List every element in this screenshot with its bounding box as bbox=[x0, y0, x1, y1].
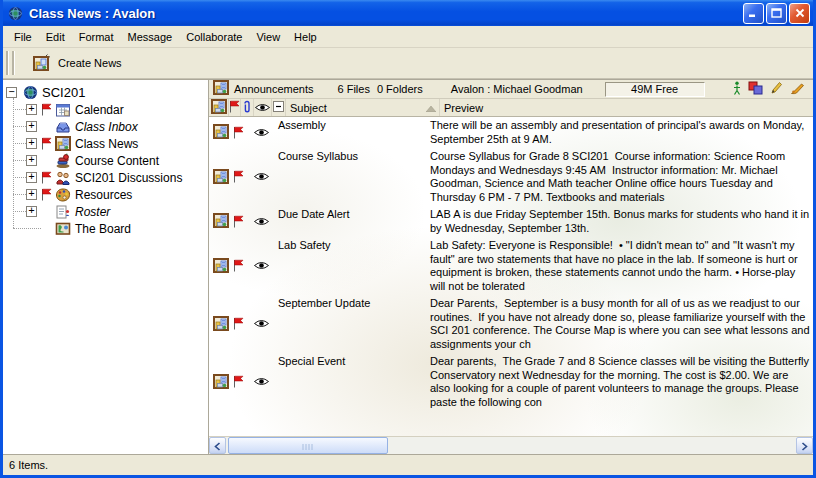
message-row-course-syllabus[interactable]: Course SyllabusCourse Syllabus for Grade… bbox=[209, 148, 813, 206]
expand-expander[interactable]: + bbox=[26, 121, 37, 132]
message-unread-cell bbox=[246, 149, 276, 204]
column-preview[interactable]: Preview bbox=[439, 99, 813, 116]
tree-label: Roster bbox=[72, 205, 110, 219]
board-icon bbox=[55, 221, 71, 237]
chevron-left-icon bbox=[214, 437, 221, 455]
sidebar-item-class-news[interactable]: +Class News bbox=[3, 135, 208, 152]
app-window: Class News : Avalon FileEditFormatMessag… bbox=[0, 0, 816, 478]
chevron-right-icon bbox=[801, 437, 808, 455]
create-news-button[interactable]: Create News bbox=[27, 51, 127, 76]
minimize-button[interactable] bbox=[743, 3, 764, 24]
message-preview: Dear parents, The Grade 7 and 8 Science … bbox=[426, 354, 813, 409]
menu-help[interactable]: Help bbox=[287, 28, 324, 46]
menu-format[interactable]: Format bbox=[72, 28, 121, 46]
message-flag-cell bbox=[233, 354, 246, 409]
status-text: 6 Items. bbox=[9, 459, 48, 471]
sidebar-item-class-inbox[interactable]: +Class Inbox bbox=[3, 118, 208, 135]
message-icon-cell bbox=[209, 354, 233, 409]
message-flag-icon bbox=[233, 375, 244, 388]
message-subject: September Update bbox=[276, 296, 426, 351]
sidebar-item-sci201[interactable]: −SCI201 bbox=[3, 84, 208, 101]
message-flag-icon bbox=[233, 259, 244, 272]
free-space-indicator: 49M Free bbox=[605, 82, 705, 97]
column-icon[interactable] bbox=[209, 99, 229, 116]
message-list: AssemblyThere will be an assembly and pr… bbox=[209, 117, 813, 436]
sign-pen-button[interactable] bbox=[790, 81, 806, 97]
message-row-due-date-alert[interactable]: Due Date AlertLAB A is due Friday Septem… bbox=[209, 206, 813, 237]
message-icon-cell bbox=[209, 296, 233, 351]
collapse-icon bbox=[273, 101, 284, 114]
message-row-assembly[interactable]: AssemblyThere will be an assembly and pr… bbox=[209, 117, 813, 148]
message-flag-cell bbox=[233, 118, 246, 146]
menu-view[interactable]: View bbox=[249, 28, 287, 46]
menu-edit[interactable]: Edit bbox=[39, 28, 72, 46]
flag-slot bbox=[41, 103, 54, 116]
message-row-september-update[interactable]: September UpdateDear Parents, September … bbox=[209, 295, 813, 353]
collapse-all-control[interactable] bbox=[272, 99, 286, 116]
chev-left-icon bbox=[214, 442, 221, 451]
sidebar-item-sci201-discussions[interactable]: +SCI201 Discussions bbox=[3, 169, 208, 186]
tree-label: Class Inbox bbox=[72, 120, 138, 134]
horizontal-scrollbar bbox=[209, 436, 813, 454]
panel-title: Announcements bbox=[234, 83, 314, 95]
layers-button[interactable] bbox=[748, 81, 763, 97]
message-row-special-event[interactable]: Special EventDear parents, The Grade 7 a… bbox=[209, 353, 813, 411]
status-bar: 6 Items. bbox=[3, 454, 813, 475]
message-row-lab-safety[interactable]: Lab SafetyLab Safety: Everyone is Respon… bbox=[209, 237, 813, 295]
scroll-left-button[interactable] bbox=[209, 437, 226, 454]
column-attachment[interactable] bbox=[241, 99, 254, 116]
column-unread[interactable] bbox=[254, 99, 272, 116]
account-label: Avalon : Michael Goodman bbox=[451, 83, 583, 95]
message-news-icon bbox=[213, 316, 229, 332]
window-title: Class News : Avalon bbox=[29, 6, 743, 21]
message-panel: Announcements 6 Files 0 Folders Avalon :… bbox=[209, 80, 813, 454]
sidebar-item-calendar[interactable]: +Calendar bbox=[3, 101, 208, 118]
expand-expander[interactable]: + bbox=[26, 104, 37, 115]
menu-message[interactable]: Message bbox=[121, 28, 180, 46]
thumb-grip-icon bbox=[302, 443, 314, 451]
column-flag[interactable] bbox=[229, 99, 241, 116]
content-area: −SCI201+Calendar+Class Inbox+Class News+… bbox=[3, 79, 813, 454]
expand-expander[interactable]: + bbox=[26, 138, 37, 149]
online-user-icon bbox=[733, 81, 741, 95]
maximize-icon bbox=[771, 8, 782, 18]
close-button[interactable] bbox=[789, 3, 810, 24]
expand-expander[interactable]: + bbox=[26, 155, 37, 166]
message-unread-cell bbox=[246, 238, 276, 293]
expand-expander[interactable]: + bbox=[26, 172, 37, 183]
message-subject: Special Event bbox=[276, 354, 426, 409]
unread-flag-icon bbox=[41, 188, 52, 201]
announcements-icon bbox=[213, 80, 229, 98]
menu-file[interactable]: File bbox=[7, 28, 39, 46]
unread-flag-icon bbox=[41, 137, 52, 150]
folder-tree-panel: −SCI201+Calendar+Class Inbox+Class News+… bbox=[3, 80, 209, 454]
roster-icon bbox=[55, 204, 71, 220]
scrollbar-thumb[interactable] bbox=[228, 437, 388, 454]
expand-expander[interactable]: + bbox=[26, 189, 37, 200]
chev-right-icon bbox=[801, 442, 808, 451]
books-icon bbox=[55, 153, 71, 169]
sidebar-item-course-content[interactable]: +Course Content bbox=[3, 152, 208, 169]
online-user-button[interactable] bbox=[733, 81, 741, 97]
attachment-column-icon bbox=[242, 100, 252, 116]
message-unread-cell bbox=[246, 354, 276, 409]
expand-expander[interactable]: + bbox=[26, 206, 37, 217]
menu-collaborate[interactable]: Collaborate bbox=[179, 28, 249, 46]
scroll-right-button[interactable] bbox=[796, 437, 813, 454]
sidebar-item-roster[interactable]: +Roster bbox=[3, 203, 208, 220]
column-subject[interactable]: Subject bbox=[286, 99, 423, 116]
toolbar-grip[interactable] bbox=[12, 51, 15, 75]
collapse-expander[interactable]: − bbox=[6, 87, 17, 98]
maximize-button[interactable] bbox=[766, 3, 787, 24]
message-subject: Lab Safety bbox=[276, 238, 426, 293]
tree-label: SCI201 bbox=[39, 85, 85, 100]
toolbar-grip[interactable] bbox=[6, 51, 9, 75]
sidebar-item-the-board[interactable]: The Board bbox=[3, 220, 208, 237]
scrollbar-track[interactable] bbox=[226, 437, 796, 454]
header-action-icons bbox=[733, 81, 809, 97]
pencil-button[interactable] bbox=[770, 81, 783, 97]
sidebar-item-resources[interactable]: +Resources bbox=[3, 186, 208, 203]
tree-label: The Board bbox=[72, 222, 131, 236]
flag-icon bbox=[229, 100, 240, 113]
message-flag-cell bbox=[233, 149, 246, 204]
